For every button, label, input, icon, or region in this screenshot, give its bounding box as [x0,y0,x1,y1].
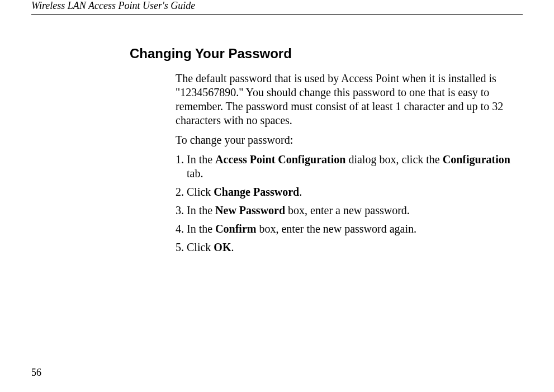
step-number: 3. [176,204,184,216]
step-bold: New Password [215,204,285,216]
step-item: 4. In the Confirm box, enter the new pas… [176,222,523,236]
intro-paragraph: The default password that is used by Acc… [176,72,523,127]
step-text: box, enter a new password. [285,204,410,216]
step-text: . [299,186,302,198]
body-text: The default password that is used by Acc… [176,72,523,254]
step-number: 4. [176,223,184,235]
step-text: dialog box, click the [345,153,442,166]
step-text: tab. [187,167,203,180]
step-text: Click [187,241,214,253]
step-item: 3. In the New Password box, enter a new … [176,204,523,218]
content-area: Changing Your Password The default passw… [130,46,523,259]
step-text: . [231,241,234,253]
step-bold: Change Password [214,186,299,198]
step-text: box, enter the new password again. [256,223,416,235]
steps-list: 1. In the Access Point Configuration dia… [176,153,523,254]
step-number: 1. [176,153,184,166]
section-heading: Changing Your Password [130,46,523,62]
step-number: 5. [176,241,184,253]
lead-in: To change your password: [176,133,523,147]
step-text: In the [187,223,215,235]
document-header: Wireless LAN Access Point User's Guide [31,0,523,15]
step-item: 1. In the Access Point Configuration dia… [176,153,523,181]
step-text: In the [187,204,215,216]
step-item: 2. Click Change Password. [176,185,523,199]
step-text: Click [187,186,214,198]
step-bold: Confirm [215,223,256,235]
step-number: 2. [176,186,184,198]
step-bold: OK [214,241,231,253]
step-text: In the [187,153,215,166]
step-item: 5. Click OK. [176,240,523,254]
step-bold: Access Point Configuration [215,153,345,166]
step-bold: Configuration [443,153,510,166]
page-number: 56 [31,367,41,379]
